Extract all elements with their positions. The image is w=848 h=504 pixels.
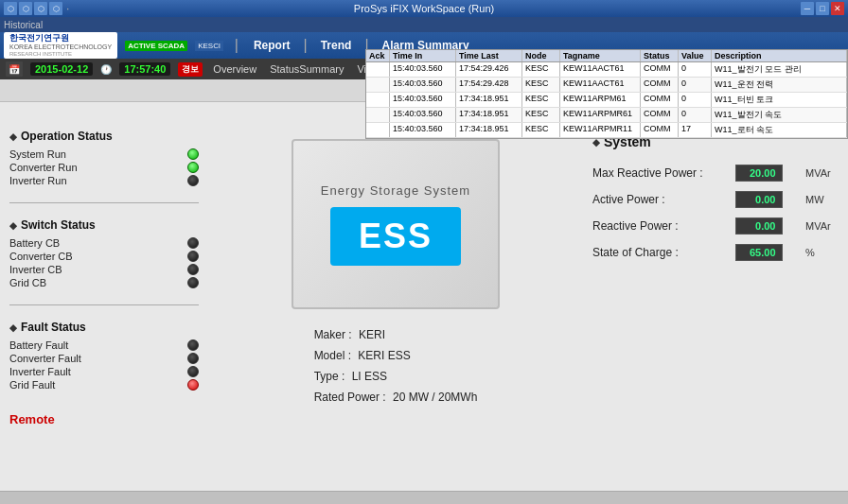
status-led-black — [187, 264, 199, 275]
close-button[interactable]: ✕ — [831, 2, 844, 15]
maker-info: Maker : KERI — [314, 328, 478, 341]
switch-status-title: Switch Status — [21, 218, 96, 232]
report-menu[interactable]: Report — [250, 37, 294, 54]
app-title: ProSys iFIX WorkSpace (Run) — [4, 3, 844, 14]
power-value-display: 0.00 — [735, 191, 783, 208]
system-power-row: Max Reactive Power :20.00MVAr — [592, 165, 839, 182]
fault-status-title: Fault Status — [21, 321, 86, 334]
status-item: Inverter Fault — [9, 365, 199, 378]
status-led-black — [187, 237, 199, 249]
switch-status-section: ◆ Switch Status Battery CBConverter CBIn… — [9, 218, 199, 289]
date-icon: 📅 — [6, 61, 23, 77]
minimize-button[interactable]: ─ — [801, 2, 814, 15]
status-item: Battery CB — [9, 236, 199, 250]
status-item: System Run — [9, 148, 199, 161]
alarm-table-row: 15:40:03.56017:54:29.428KESCKEW11AACT61C… — [366, 78, 847, 93]
status-item: Grid Fault — [9, 378, 199, 391]
historical-label: Historical — [4, 20, 43, 30]
trend-menu[interactable]: Trend — [317, 37, 356, 54]
status-item: Inverter CB — [9, 263, 199, 276]
app-icon-2: ⬡ — [19, 2, 32, 15]
operation-status-section: ◆ Operation Status System RunConverter R… — [9, 130, 199, 187]
model-info: Model : KERI ESS — [314, 349, 478, 362]
status-led-black — [187, 353, 199, 364]
kesc-badge: KESCl — [195, 41, 223, 51]
fault-diamond-icon: ◆ — [9, 322, 17, 333]
alarm-header-timein: Time In — [390, 50, 456, 61]
status-item: Converter Run — [9, 161, 199, 174]
app-separator: · — [64, 2, 71, 15]
menu-separator-2: | — [304, 37, 308, 54]
alarm-header-timelast: Time Last — [456, 50, 522, 61]
rated-power-info: Rated Power : 20 MW / 20MWh — [314, 391, 478, 404]
status-item: Converter Fault — [9, 352, 199, 365]
alarm-table-row: 15:40:03.56017:54:29.426KESCKEW11AACT61C… — [366, 62, 847, 78]
alarm-header-tagname: Tagname — [560, 50, 641, 61]
ess-label: Energy Storage System — [321, 183, 470, 198]
status-led-green — [187, 162, 199, 173]
company-logo: 한국전기연구원 KOREA ELECTROTECHNOLOGY RESEARCH… — [4, 32, 117, 59]
alarm-table-row: 15:40:03.56017:34:18.951KESCKEW11ARPMR11… — [366, 123, 847, 138]
status-led-black — [187, 251, 199, 262]
status-item: Grid CB — [9, 276, 199, 289]
fault-status-section: ◆ Fault Status Battery FaultConverter Fa… — [9, 321, 199, 391]
alarm-table-row: 15:40:03.56017:34:18.951KESCKEW11ARPM61C… — [366, 93, 847, 108]
status-led-green — [187, 148, 199, 160]
status-led-black — [187, 277, 199, 288]
system-power-row: State of Charge :65.00% — [592, 244, 839, 261]
power-value-display: 20.00 — [735, 165, 783, 182]
alarm-header-ack: Ack — [366, 50, 390, 61]
system-power-row: Reactive Power :0.00MVAr — [592, 217, 839, 235]
date-display: 2015-02-12 — [30, 62, 93, 76]
app-icon-1: ⬡ — [4, 2, 17, 15]
alarm-header-status: Status — [641, 50, 679, 61]
status-led-red — [187, 379, 199, 391]
app-icon-3: ⬡ — [34, 2, 47, 15]
operation-diamond-icon: ◆ — [9, 131, 17, 142]
menu-separator-1: | — [235, 37, 238, 54]
ess-display-box: Energy Storage System ESS — [292, 139, 500, 309]
status-summary-menu[interactable]: StatusSummary — [267, 62, 346, 76]
switch-diamond-icon: ◆ — [9, 220, 17, 231]
alarm-header-value: Value — [679, 50, 712, 61]
maximize-button[interactable]: □ — [816, 2, 829, 15]
status-led-black — [187, 175, 199, 186]
app-icon-4: ⬡ — [49, 2, 62, 15]
type-info: Type : LI ESS — [314, 370, 478, 383]
overview-menu[interactable]: Overview — [210, 62, 259, 76]
active-scada-badge: ACTIVE SCADA — [125, 41, 187, 51]
status-item: Converter CB — [9, 250, 199, 263]
status-led-black — [187, 339, 199, 351]
alarm-table: Ack Time In Time Last Node Tagname Statu… — [365, 49, 848, 139]
status-led-black — [187, 366, 199, 377]
power-value-display: 65.00 — [735, 244, 783, 261]
time-display: 17:57:40 — [119, 62, 170, 76]
alarm-badge[interactable]: 경보 — [178, 62, 203, 77]
power-value-display: 0.00 — [735, 217, 783, 235]
status-item: Battery Fault — [9, 339, 199, 352]
alarm-header-desc: Description — [712, 50, 847, 61]
remote-status: Remote — [9, 412, 199, 426]
system-power-row: Active Power :0.00MW — [592, 191, 839, 208]
ess-text-box: ESS — [330, 207, 461, 266]
clock-icon: 🕐 — [100, 64, 112, 75]
alarm-header-node: Node — [522, 50, 560, 61]
status-item: Inverter Run — [9, 174, 199, 187]
alarm-table-row: 15:40:03.56017:34:18.951KESCKEW11ARPMR61… — [366, 108, 847, 123]
operation-status-title: Operation Status — [21, 130, 113, 143]
